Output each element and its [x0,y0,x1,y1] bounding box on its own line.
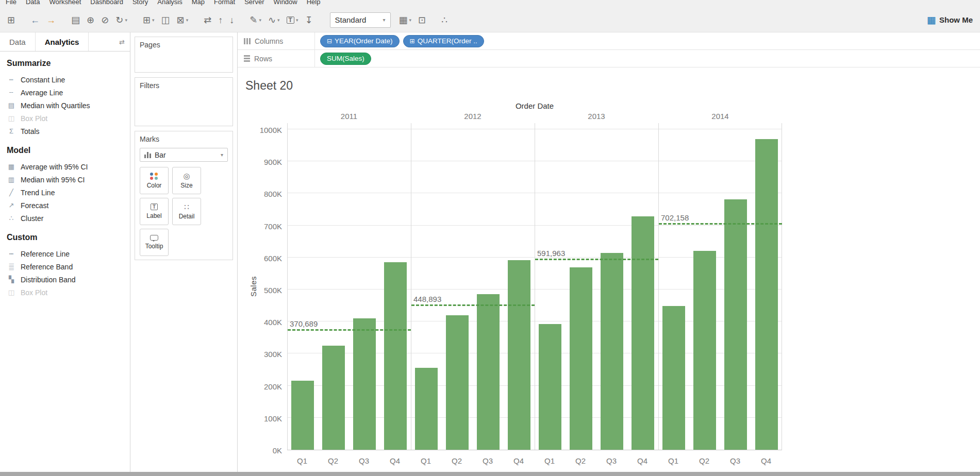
bar-2014-q3[interactable] [724,199,747,450]
quarter-axis-label[interactable]: Q3 [349,456,379,465]
pause-auto-updates-button[interactable]: ⊘ [101,15,109,25]
menu-item-analysis[interactable]: Analysis [153,0,187,8]
bar-2012-q4[interactable] [508,260,530,450]
tab-analytics[interactable]: Analytics [36,32,89,51]
analytics-item-totals[interactable]: ΣTotals [7,125,130,138]
pill-year-order-date[interactable]: ⊟YEAR(Order Date) [320,35,400,47]
presentation-mode-button[interactable]: ⊡ [418,15,426,25]
duplicate-button[interactable]: ◫ [161,15,170,25]
new-worksheet-button[interactable]: ⊞▾ [143,15,155,25]
pill-sum-sales[interactable]: SUM(Sales) [320,53,371,65]
y-axis[interactable]: 0K100K200K300K400K500K600K700K800K900K10… [238,123,282,450]
analytics-item-reference-band[interactable]: ▒Reference Band [7,260,130,273]
group-members-button[interactable]: ∿▾ [268,15,280,25]
run-auto-updates-button[interactable]: ↻▾ [115,15,127,25]
quarter-axis-label[interactable]: Q2 [566,456,595,465]
highlight-button[interactable]: ✎▾ [250,15,261,25]
analytics-item-cluster[interactable]: ∴Cluster [7,212,130,225]
analytics-item-constant-line[interactable]: ┉Constant Line [7,73,130,86]
analytics-item-average-with-95-ci[interactable]: ▦Average with 95% CI [7,160,130,173]
menu-item-format[interactable]: Format [209,0,240,8]
pane-options-icon[interactable]: ⇄ [114,32,130,51]
new-data-source-button[interactable]: ⊕ [87,15,94,25]
sheet-title[interactable]: Sheet 20 [245,79,293,93]
average-reference-line-2014[interactable] [659,223,782,225]
filters-shelf[interactable]: Filters [135,77,233,126]
bar-2013-q2[interactable] [570,267,592,450]
chevron-down-icon[interactable]: ▾ [221,152,223,158]
year-header-2012[interactable]: 2012 [411,112,535,121]
quarter-axis-label[interactable]: Q1 [411,456,441,465]
fix-axes-button[interactable]: ↧ [305,15,312,25]
chevron-down-icon[interactable]: ▾ [186,18,189,23]
quarter-axis-label[interactable]: Q3 [596,456,626,465]
bar-2012-q2[interactable] [446,315,469,450]
quarter-axis-label[interactable]: Q1 [658,456,688,465]
fit-selector[interactable]: Standard ▾ [330,12,391,28]
menu-item-dashboard[interactable]: Dashboard [86,0,128,8]
quarter-axis-label[interactable]: Q4 [504,456,534,465]
analytics-item-forecast[interactable]: ↗Forecast [7,199,130,212]
average-reference-line-2011[interactable] [288,329,411,331]
bar-2012-q3[interactable] [477,294,500,450]
bar-2013-q1[interactable] [539,324,561,450]
quarter-axis-label[interactable]: Q3 [473,456,503,465]
quarter-axis-label[interactable]: Q2 [318,456,348,465]
sort-descending-button[interactable]: ↓ [229,15,234,25]
expand-collapse-icon[interactable]: ⊟ [327,38,332,45]
columns-shelf[interactable]: Columns ⊟YEAR(Order Date)⊞QUARTER(Order … [238,32,980,50]
quarter-axis-label[interactable]: Q3 [720,456,750,465]
bar-2013-q3[interactable] [601,253,623,450]
analytics-item-average-line[interactable]: ╌Average Line [7,86,130,99]
quarter-axis-label[interactable]: Q2 [442,456,472,465]
year-header-2013[interactable]: 2013 [535,112,658,121]
tableau-logo-icon[interactable]: ⊞ [7,15,15,25]
expand-collapse-icon[interactable]: ⊞ [410,38,415,45]
bar-2013-q4[interactable] [632,216,654,450]
chevron-down-icon[interactable]: ▾ [152,18,155,23]
chevron-down-icon[interactable]: ▾ [296,18,298,23]
bar-2011-q2[interactable] [322,346,345,450]
menu-item-data[interactable]: Data [21,0,44,8]
bar-2014-q2[interactable] [693,251,716,450]
marks-button-size[interactable]: ◎Size [172,167,201,194]
show-hide-cards-button[interactable]: ▦▾ [399,15,412,25]
share-workbook-button[interactable]: ∴ [441,15,447,25]
quarter-axis-label[interactable]: Q1 [287,456,317,465]
bar-2014-q1[interactable] [662,306,685,450]
menu-item-story[interactable]: Story [128,0,153,8]
marks-button-detail[interactable]: ∷Detail [172,198,201,225]
analytics-item-reference-line[interactable]: ┅Reference Line [7,247,130,260]
menu-item-server[interactable]: Server [240,0,269,8]
average-reference-line-2012[interactable] [411,304,535,306]
chevron-down-icon[interactable]: ▾ [277,18,280,23]
bar-2011-q1[interactable] [291,381,314,450]
bar-2014-q4[interactable] [755,139,778,450]
marks-button-label[interactable]: TLabel [140,198,169,225]
sort-ascending-button[interactable]: ↑ [218,15,223,25]
menu-item-window[interactable]: Window [269,0,302,8]
show-me-button[interactable]: ▦ Show Me [927,15,973,25]
quarter-axis-label[interactable]: Q4 [627,456,657,465]
bar-2011-q4[interactable] [384,262,407,450]
menu-item-help[interactable]: Help [302,0,325,8]
column-axis-title[interactable]: Order Date [287,101,782,111]
bar-2012-q1[interactable] [415,368,438,450]
chevron-down-icon[interactable]: ▾ [409,18,412,23]
redo-button[interactable]: → [46,15,56,25]
pill-quarter-order[interactable]: ⊞QUARTER(Order .. [403,35,484,47]
marks-button-color[interactable]: Color [140,167,169,194]
quarter-axis-label[interactable]: Q4 [751,456,781,465]
undo-button[interactable]: ← [30,15,40,25]
show-mark-labels-button[interactable]: T▾ [287,16,298,24]
bar-2011-q3[interactable] [353,318,376,450]
analytics-item-median-with-95-ci[interactable]: ▥Median with 95% CI [7,173,130,186]
analytics-item-median-with-quartiles[interactable]: ▤Median with Quartiles [7,99,130,112]
analytics-item-trend-line[interactable]: ╱Trend Line [7,186,130,199]
average-reference-line-2013[interactable] [535,259,658,260]
pages-shelf[interactable]: Pages [135,37,233,73]
menu-item-worksheet[interactable]: Worksheet [44,0,86,8]
swap-rows-columns-button[interactable]: ⇄ [204,15,211,25]
quarter-axis-label[interactable]: Q1 [535,456,564,465]
analytics-item-distribution-band[interactable]: ▚Distribution Band [7,273,130,286]
